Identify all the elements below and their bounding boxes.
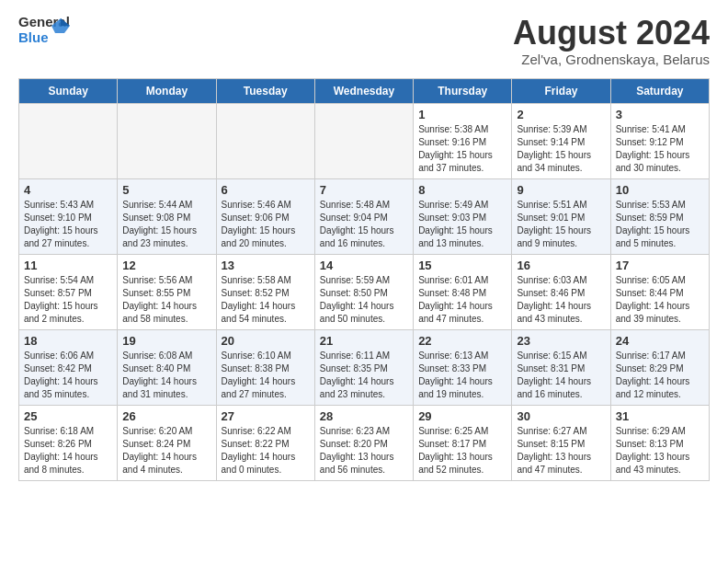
calendar-day-cell: 25Sunrise: 6:18 AMSunset: 8:26 PMDayligh… <box>19 405 118 480</box>
day-content: Sunrise: 5:56 AMSunset: 8:55 PMDaylight:… <box>122 274 210 326</box>
calendar-day-header: Monday <box>118 78 216 103</box>
day-number: 16 <box>517 259 605 272</box>
day-content: Sunrise: 6:17 AMSunset: 8:29 PMDaylight:… <box>616 350 704 401</box>
day-number: 30 <box>517 409 605 423</box>
day-number: 27 <box>222 409 310 423</box>
day-number: 29 <box>418 409 506 423</box>
title-block: August 2024 Zel'va, Grodnenskaya, Belaru… <box>513 15 710 67</box>
day-content: Sunrise: 6:22 AMSunset: 8:22 PMDaylight:… <box>222 425 310 477</box>
calendar-day-cell <box>216 103 314 178</box>
day-number: 21 <box>320 334 408 348</box>
calendar-day-cell: 12Sunrise: 5:56 AMSunset: 8:55 PMDayligh… <box>118 254 216 329</box>
calendar-day-cell: 23Sunrise: 6:15 AMSunset: 8:31 PMDayligh… <box>512 329 610 405</box>
calendar-day-cell: 28Sunrise: 6:23 AMSunset: 8:20 PMDayligh… <box>314 405 413 480</box>
location-subtitle: Zel'va, Grodnenskaya, Belarus <box>513 52 710 67</box>
day-content: Sunrise: 5:41 AMSunset: 9:12 PMDaylight:… <box>616 123 704 175</box>
day-content: Sunrise: 5:39 AMSunset: 9:14 PMDaylight:… <box>517 123 605 175</box>
day-content: Sunrise: 6:05 AMSunset: 8:44 PMDaylight:… <box>616 274 704 326</box>
day-number: 1 <box>418 108 506 121</box>
day-content: Sunrise: 6:13 AMSunset: 8:33 PMDaylight:… <box>418 350 506 401</box>
calendar-day-cell: 15Sunrise: 6:01 AMSunset: 8:48 PMDayligh… <box>414 254 512 329</box>
day-content: Sunrise: 5:59 AMSunset: 8:50 PMDaylight:… <box>320 274 408 326</box>
day-number: 4 <box>24 183 112 197</box>
day-number: 10 <box>616 183 704 197</box>
calendar-day-cell: 6Sunrise: 5:46 AMSunset: 9:06 PMDaylight… <box>216 178 314 254</box>
day-content: Sunrise: 6:18 AMSunset: 8:26 PMDaylight:… <box>24 425 112 477</box>
day-number: 11 <box>24 259 112 272</box>
page-header: General Blue August 2024 Zel'va, Grodnen… <box>18 15 710 67</box>
calendar-day-header: Saturday <box>610 78 709 103</box>
calendar-day-cell: 11Sunrise: 5:54 AMSunset: 8:57 PMDayligh… <box>19 254 118 329</box>
calendar-day-cell: 21Sunrise: 6:11 AMSunset: 8:35 PMDayligh… <box>314 329 413 405</box>
day-number: 28 <box>320 409 408 423</box>
calendar-day-cell: 4Sunrise: 5:43 AMSunset: 9:10 PMDaylight… <box>19 178 118 254</box>
month-title: August 2024 <box>513 15 710 52</box>
calendar-day-cell: 29Sunrise: 6:25 AMSunset: 8:17 PMDayligh… <box>414 405 512 480</box>
calendar-week-row: 11Sunrise: 5:54 AMSunset: 8:57 PMDayligh… <box>19 254 710 329</box>
day-number: 18 <box>24 334 112 348</box>
day-content: Sunrise: 5:53 AMSunset: 8:59 PMDaylight:… <box>616 199 704 250</box>
day-content: Sunrise: 5:46 AMSunset: 9:06 PMDaylight:… <box>222 199 310 250</box>
day-content: Sunrise: 6:25 AMSunset: 8:17 PMDaylight:… <box>418 425 506 477</box>
calendar-day-cell <box>19 103 118 178</box>
day-content: Sunrise: 6:03 AMSunset: 8:46 PMDaylight:… <box>517 274 605 326</box>
day-number: 22 <box>418 334 506 348</box>
calendar-day-cell: 18Sunrise: 6:06 AMSunset: 8:42 PMDayligh… <box>19 329 118 405</box>
day-number: 12 <box>122 259 210 272</box>
calendar-day-cell: 5Sunrise: 5:44 AMSunset: 9:08 PMDaylight… <box>118 178 216 254</box>
calendar-day-cell: 20Sunrise: 6:10 AMSunset: 8:38 PMDayligh… <box>216 329 314 405</box>
day-number: 2 <box>517 108 605 121</box>
calendar-day-cell: 26Sunrise: 6:20 AMSunset: 8:24 PMDayligh… <box>118 405 216 480</box>
calendar-week-row: 1Sunrise: 5:38 AMSunset: 9:16 PMDaylight… <box>19 103 710 178</box>
calendar-day-cell: 2Sunrise: 5:39 AMSunset: 9:14 PMDaylight… <box>512 103 610 178</box>
svg-marker-1 <box>61 18 70 26</box>
calendar-day-cell: 19Sunrise: 6:08 AMSunset: 8:40 PMDayligh… <box>118 329 216 405</box>
day-number: 9 <box>517 183 605 197</box>
day-number: 17 <box>616 259 704 272</box>
day-content: Sunrise: 6:20 AMSunset: 8:24 PMDaylight:… <box>122 425 210 477</box>
calendar-day-header: Tuesday <box>216 78 314 103</box>
calendar-day-cell: 8Sunrise: 5:49 AMSunset: 9:03 PMDaylight… <box>414 178 512 254</box>
calendar-day-cell: 22Sunrise: 6:13 AMSunset: 8:33 PMDayligh… <box>414 329 512 405</box>
calendar-day-cell: 10Sunrise: 5:53 AMSunset: 8:59 PMDayligh… <box>610 178 709 254</box>
day-number: 3 <box>616 108 704 121</box>
calendar-week-row: 18Sunrise: 6:06 AMSunset: 8:42 PMDayligh… <box>19 329 710 405</box>
calendar-day-cell: 24Sunrise: 6:17 AMSunset: 8:29 PMDayligh… <box>610 329 709 405</box>
day-content: Sunrise: 5:38 AMSunset: 9:16 PMDaylight:… <box>418 123 506 175</box>
day-number: 25 <box>24 409 112 423</box>
day-number: 23 <box>517 334 605 348</box>
day-content: Sunrise: 5:58 AMSunset: 8:52 PMDaylight:… <box>222 274 310 326</box>
day-number: 31 <box>616 409 704 423</box>
day-number: 26 <box>122 409 210 423</box>
day-content: Sunrise: 6:11 AMSunset: 8:35 PMDaylight:… <box>320 350 408 401</box>
calendar-day-header: Thursday <box>414 78 512 103</box>
day-number: 7 <box>320 183 408 197</box>
calendar-day-cell: 16Sunrise: 6:03 AMSunset: 8:46 PMDayligh… <box>512 254 610 329</box>
day-content: Sunrise: 6:01 AMSunset: 8:48 PMDaylight:… <box>418 274 506 326</box>
calendar-day-cell: 14Sunrise: 5:59 AMSunset: 8:50 PMDayligh… <box>314 254 413 329</box>
calendar-week-row: 25Sunrise: 6:18 AMSunset: 8:26 PMDayligh… <box>19 405 710 480</box>
day-content: Sunrise: 5:43 AMSunset: 9:10 PMDaylight:… <box>24 199 112 250</box>
day-number: 5 <box>122 183 210 197</box>
day-number: 15 <box>418 259 506 272</box>
day-number: 19 <box>122 334 210 348</box>
calendar-day-header: Friday <box>512 78 610 103</box>
day-content: Sunrise: 5:49 AMSunset: 9:03 PMDaylight:… <box>418 199 506 250</box>
calendar-day-cell: 9Sunrise: 5:51 AMSunset: 9:01 PMDaylight… <box>512 178 610 254</box>
day-number: 20 <box>222 334 310 348</box>
calendar-day-cell: 27Sunrise: 6:22 AMSunset: 8:22 PMDayligh… <box>216 405 314 480</box>
day-number: 6 <box>222 183 310 197</box>
day-number: 8 <box>418 183 506 197</box>
calendar-week-row: 4Sunrise: 5:43 AMSunset: 9:10 PMDaylight… <box>19 178 710 254</box>
calendar-header-row: SundayMondayTuesdayWednesdayThursdayFrid… <box>19 78 710 103</box>
day-content: Sunrise: 6:29 AMSunset: 8:13 PMDaylight:… <box>616 425 704 477</box>
day-content: Sunrise: 5:51 AMSunset: 9:01 PMDaylight:… <box>517 199 605 250</box>
day-content: Sunrise: 6:08 AMSunset: 8:40 PMDaylight:… <box>122 350 210 401</box>
calendar-day-cell: 30Sunrise: 6:27 AMSunset: 8:15 PMDayligh… <box>512 405 610 480</box>
day-content: Sunrise: 6:15 AMSunset: 8:31 PMDaylight:… <box>517 350 605 401</box>
day-number: 24 <box>616 334 704 348</box>
calendar-day-cell: 3Sunrise: 5:41 AMSunset: 9:12 PMDaylight… <box>610 103 709 178</box>
day-content: Sunrise: 6:27 AMSunset: 8:15 PMDaylight:… <box>517 425 605 477</box>
day-content: Sunrise: 5:54 AMSunset: 8:57 PMDaylight:… <box>24 274 112 326</box>
calendar-day-cell: 31Sunrise: 6:29 AMSunset: 8:13 PMDayligh… <box>610 405 709 480</box>
